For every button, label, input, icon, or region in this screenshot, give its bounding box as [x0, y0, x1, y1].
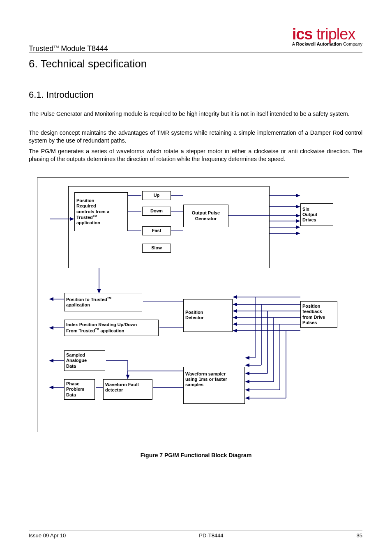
sampled-data: Sampled Analogue Data [64, 350, 105, 371]
posdet-l1: Position [185, 310, 203, 315]
wfd-l2: detector [105, 387, 123, 392]
header-tm: TM [53, 45, 59, 49]
footer: Issue 09 Apr 10 PD-T8444 35 [29, 532, 362, 539]
six-l3: Drives [302, 217, 316, 222]
controls-l3: controls from a [76, 209, 109, 214]
pos-to-l2: application [66, 302, 90, 307]
posfb-l3: from Drive [302, 315, 325, 320]
logo-subtitle: A Rockwell Automation Company [292, 41, 362, 46]
section-title: Technical specification [38, 58, 147, 70]
paragraph-1: The Pulse Generator and Monitoring modul… [29, 110, 362, 118]
six-l2: Output [302, 212, 317, 217]
six-l1: Six [302, 207, 309, 212]
ws-l1: Waveform sampler [185, 371, 226, 376]
up-label: Up [154, 193, 160, 198]
down-label: Down [150, 208, 163, 214]
waveform-fault-detector: Waveform Fault detector [103, 379, 152, 400]
posfb-l1: Position [302, 304, 320, 309]
position-detector: Position Detector [183, 299, 233, 332]
samp-l1: Sampled [66, 352, 85, 357]
section-number: 6. [29, 58, 38, 70]
subsection-title: Introduction [44, 90, 94, 100]
waveform-sampler: Waveform sampler using 1ms or faster sam… [183, 367, 245, 404]
footer-right: 35 [357, 532, 362, 539]
logo-sub-prefix: A [292, 41, 296, 46]
samp-l3: Data [66, 364, 76, 368]
running-header: TrustedTM Module T8444 [29, 44, 108, 53]
logo-text-light: triplex [312, 25, 355, 43]
footer-center: PD-T8444 [199, 532, 223, 539]
position-to-app: Position to TrustedTM application [64, 293, 142, 311]
wfd-l1: Waveform Fault [105, 382, 139, 387]
logo-sub-suffix: Company [342, 41, 362, 46]
fast-button: Fast [142, 226, 171, 235]
logo-text-bold: ics [292, 25, 313, 43]
header-product: Trusted [29, 44, 53, 53]
ws-l3: samples [185, 382, 203, 387]
controls-box: Position Required controls from a Truste… [74, 192, 128, 231]
paragraph-3: The PG/M generates a series of waveforms… [29, 147, 362, 163]
phase-l2: Problem [66, 387, 84, 391]
ws-l2: using 1ms or faster [185, 377, 227, 382]
header-rule [29, 53, 362, 53]
samp-l2: Analogue [66, 358, 87, 363]
footer-rule [29, 530, 362, 530]
controls-l5: application [76, 220, 100, 225]
index-tm: TM [95, 328, 99, 331]
opg-l2: Generator [195, 216, 217, 221]
posfb-l4: Pulses [302, 320, 317, 325]
index-l1: Index Position Reading Up/Down [66, 322, 137, 327]
index-l2: From Trusted [66, 328, 95, 333]
index-l3: application [99, 328, 124, 333]
controls-tm: TM [93, 214, 97, 217]
slow-label: Slow [151, 245, 162, 251]
section-heading: 6. Technical specification [29, 58, 147, 70]
down-button: Down [142, 207, 171, 216]
logo-sub-bold: Rockwell Automation [296, 41, 341, 46]
page: ics triplex A Rockwell Automation Compan… [0, 0, 392, 555]
subsection-heading: 6.1. Introduction [29, 90, 94, 100]
posdet-l2: Detector [185, 315, 204, 320]
fast-label: Fast [152, 228, 161, 233]
posfb-l2: feedback [302, 309, 322, 314]
controls-l4: Trusted [76, 214, 93, 219]
logo-main: ics triplex [292, 25, 362, 43]
index-position: Index Position Reading Up/Down From Trus… [64, 320, 159, 336]
brand-logo: ics triplex A Rockwell Automation Compan… [292, 25, 362, 46]
footer-left: Issue 09 Apr 10 [29, 532, 66, 539]
position-feedback: Position feedback from Drive Pulses [300, 301, 337, 328]
block-diagram: Position Required controls from a Truste… [37, 177, 349, 432]
up-button: Up [142, 191, 171, 200]
subsection-number: 6.1. [29, 90, 44, 100]
phase-l3: Data [66, 392, 76, 397]
pos-to-l1: Position to Trusted [66, 297, 107, 302]
phase-problem: Phase Problem Data [64, 379, 95, 400]
pos-to-tm: TM [107, 297, 111, 299]
paragraph-2: The design concept maintains the advanta… [29, 129, 362, 145]
controls-l2: Required [76, 203, 96, 208]
opg-l1: Output Pulse [192, 210, 220, 215]
six-output-drives: Six Output Drives [300, 203, 333, 226]
output-pulse-generator: Output Pulse Generator [183, 205, 228, 227]
header-module: Module T8444 [59, 44, 108, 53]
phase-l1: Phase [66, 381, 79, 386]
controls-l1: Position [76, 198, 94, 203]
figure-caption: Figure 7 PG/M Functional Block Diagram [0, 452, 392, 458]
slow-button: Slow [142, 244, 171, 253]
